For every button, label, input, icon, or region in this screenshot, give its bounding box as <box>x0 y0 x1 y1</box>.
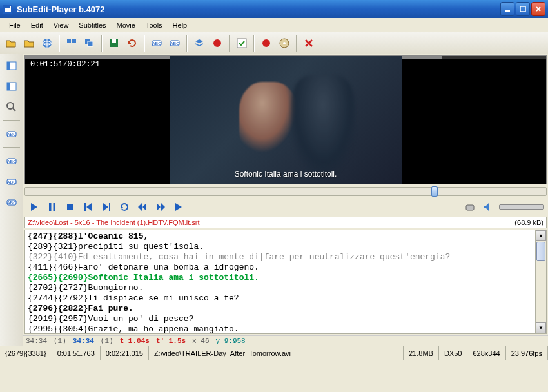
status-time: 0:01:51.763 <box>52 346 101 360</box>
svg-rect-39 <box>109 203 110 211</box>
svg-rect-18 <box>237 39 246 48</box>
status-frames: {2679}{3381} <box>0 346 52 360</box>
svg-point-21 <box>283 42 286 44</box>
step-fwd-button[interactable] <box>99 200 113 214</box>
close-x-icon[interactable] <box>300 35 317 52</box>
status-duration: 0:02:21.015 <box>101 346 149 360</box>
video-time-badge: 0:01:51/0:02:21 <box>28 59 103 70</box>
svg-point-17 <box>213 39 221 47</box>
stop-circle-icon[interactable] <box>258 35 275 52</box>
subtitle-line[interactable]: {411}{466}Faro' detonare una bomba a idr… <box>28 262 543 273</box>
stop-button[interactable] <box>63 200 77 214</box>
menu-edit[interactable]: Edit <box>26 20 48 30</box>
svg-rect-25 <box>7 83 10 90</box>
disk-icon[interactable] <box>106 35 122 52</box>
subtitle-file-bar: Z:\video\Lost - 5x16 - The Incident (1).… <box>24 217 547 228</box>
minimize-button[interactable] <box>500 2 514 16</box>
side-toolbar: ABCABCABCABC <box>0 54 23 346</box>
next-button[interactable] <box>153 200 168 214</box>
refresh-icon[interactable] <box>124 35 141 52</box>
volume-slider[interactable] <box>499 204 544 210</box>
play-button[interactable] <box>27 200 41 214</box>
window-cascade-icon[interactable] <box>81 35 98 52</box>
window-tile-icon[interactable] <box>63 35 80 52</box>
prev-button[interactable] <box>135 200 150 214</box>
video-viewport[interactable]: 0:01:51/0:02:21 Softonic Italia ama i so… <box>24 55 547 184</box>
open-folder-icon[interactable] <box>21 35 37 52</box>
play2-button[interactable] <box>171 200 186 214</box>
maximize-button[interactable] <box>516 2 530 16</box>
menu-tools[interactable]: Tools <box>141 20 168 30</box>
svg-text:ABC: ABC <box>6 180 15 184</box>
svg-rect-36 <box>54 203 56 211</box>
scrollbar[interactable]: ▲ ▼ <box>535 230 546 333</box>
status-fps: 23.976fps <box>506 346 548 360</box>
scroll-thumb[interactable] <box>536 242 545 261</box>
subtitle-line[interactable]: {289}{321}precipiti su quest'isola. <box>28 242 543 252</box>
cd-icon[interactable] <box>276 35 293 52</box>
open-file-icon[interactable] <box>3 35 19 52</box>
abc-box-icon[interactable]: ABC <box>166 35 183 52</box>
close-button[interactable] <box>531 2 545 16</box>
svg-text:ABC: ABC <box>170 41 179 46</box>
panel-left-icon[interactable] <box>3 57 21 75</box>
app-icon <box>3 4 13 14</box>
check-icon[interactable] <box>233 35 250 52</box>
abc-right-icon[interactable]: ABC <box>3 173 21 191</box>
menu-view[interactable]: View <box>48 20 74 30</box>
abc-check-icon[interactable]: ABC <box>148 35 165 52</box>
timing-t2: t' 1.5s <box>156 337 186 345</box>
svg-rect-3 <box>505 10 510 12</box>
scroll-up-icon[interactable]: ▲ <box>536 230 546 241</box>
menu-subtitles[interactable]: Subtitles <box>73 20 111 30</box>
status-row: 34:34 (1) 34:34 (1) t 1.04s t' 1.5s x 46… <box>23 335 548 346</box>
subtitle-editor[interactable]: {247}{288}l'Oceanic 815,{289}{321}precip… <box>24 230 547 334</box>
globe-icon[interactable] <box>39 35 55 52</box>
pos-a: 34:34 <box>26 337 47 345</box>
subtitle-line[interactable]: {2702}{2727}Buongiorno. <box>28 283 543 293</box>
svg-rect-35 <box>49 203 52 211</box>
video-subtitle-overlay: Softonic Italia ama i sottotitoli. <box>25 170 546 179</box>
subtitle-file-size: (68.9 kB) <box>514 219 543 226</box>
subtitle-line[interactable]: {2919}{2957}Vuoi un po' di pesce? <box>28 314 543 324</box>
step-back-button[interactable] <box>81 200 95 214</box>
svg-rect-12 <box>112 39 116 43</box>
menu-movie[interactable]: Movie <box>112 20 141 30</box>
titlebar: SubEdit-Player b.4072 <box>0 0 548 18</box>
timing-t: t 1.04s <box>120 337 150 345</box>
menu-file[interactable]: File <box>4 20 26 30</box>
loop-button[interactable] <box>117 200 132 214</box>
count-b: (1) <box>101 337 113 345</box>
subtitle-line[interactable]: {247}{288}l'Oceanic 815, <box>28 231 543 242</box>
subtitle-line[interactable]: {2995}{3054}Grazie, ma ho appena mangiat… <box>28 324 543 334</box>
panel-right-icon[interactable] <box>3 77 21 95</box>
pause-button[interactable] <box>45 200 59 214</box>
subtitle-line[interactable]: {2744}{2792}Ti dispiace se mi unisco a t… <box>28 293 543 304</box>
svg-rect-40 <box>466 205 474 210</box>
layers-icon[interactable] <box>191 35 208 52</box>
subtitle-file-path: Z:\video\Lost - 5x16 - The Incident (1).… <box>28 219 514 226</box>
scroll-down-icon[interactable]: ▼ <box>536 322 546 333</box>
subtitle-line[interactable]: {2796}{2822}Fai pure. <box>28 304 543 314</box>
main-toolbar: ABCABC <box>0 32 548 54</box>
record-icon[interactable] <box>209 35 226 52</box>
menu-help[interactable]: Help <box>168 20 193 30</box>
device-icon[interactable] <box>463 200 477 214</box>
svg-rect-37 <box>67 204 73 210</box>
subtitle-line[interactable]: {322}{410}Ed esattamente, cosa hai in me… <box>28 252 543 262</box>
abc-down-icon[interactable]: ABC <box>3 125 21 143</box>
volume-icon[interactable] <box>481 200 495 214</box>
svg-text:ABC: ABC <box>152 41 161 46</box>
abc-left-icon[interactable]: ABC <box>3 193 21 211</box>
status-bar: {2679}{3381} 0:01:51.763 0:02:21.015 Z:\… <box>0 346 548 360</box>
playback-controls <box>23 197 548 217</box>
window-title: SubEdit-Player b.4072 <box>17 5 500 14</box>
pos-b: 34:34 <box>73 337 94 345</box>
seek-bar[interactable] <box>24 187 547 196</box>
abc-split-icon[interactable]: ABC <box>3 152 21 170</box>
subtitle-line[interactable]: {2665}{2690}Softonic Italia ama i sottot… <box>28 273 543 283</box>
seek-thumb[interactable] <box>431 186 438 197</box>
zoom-icon[interactable] <box>3 98 21 116</box>
coord-x: x 46 <box>192 337 209 345</box>
svg-text:ABC: ABC <box>6 201 15 205</box>
